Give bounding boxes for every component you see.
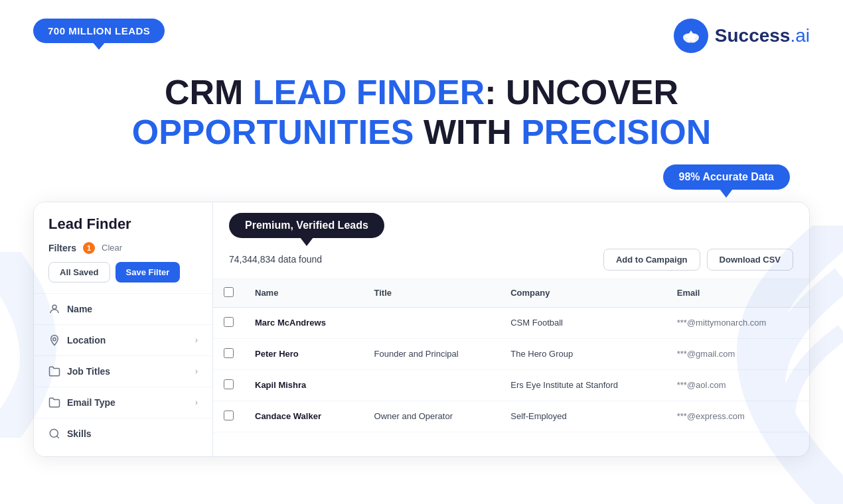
table-wrap: Name Title Company Email Marc McAndrews … — [213, 279, 809, 456]
table-row: Marc McAndrews CSM Football ***@mittymon… — [213, 307, 809, 338]
table-header: Name Title Company Email — [213, 279, 809, 308]
row-checkbox-0[interactable] — [213, 307, 244, 338]
row-check-0[interactable] — [224, 317, 234, 327]
filter-job-titles[interactable]: Job Titles › — [34, 355, 212, 387]
action-buttons: Add to Campaign Download CSV — [603, 249, 793, 271]
col-title: Title — [364, 279, 500, 308]
table-row: Candace Walker Owner and Operator Self-E… — [213, 401, 809, 432]
add-to-campaign-button[interactable]: Add to Campaign — [603, 249, 700, 271]
filters-label: Filters — [48, 243, 76, 253]
logo-icon — [674, 19, 708, 53]
top-bar: 700 MILLION LEADS Success.ai — [0, 0, 843, 53]
sidebar-header: Lead Finder — [34, 216, 212, 242]
main-panel: Lead Finder Filters 1 Clear All Saved Sa… — [33, 202, 810, 457]
badge-700m-wrap: 700 MILLION LEADS — [33, 19, 165, 43]
row-company-3: Self-Employed — [500, 401, 666, 432]
svg-point-1 — [52, 305, 56, 309]
row-checkbox-2[interactable] — [213, 369, 244, 401]
table-body: Marc McAndrews CSM Football ***@mittymon… — [213, 307, 809, 432]
all-saved-button[interactable]: All Saved — [48, 262, 110, 283]
premium-badge: Premium, Verified Leads — [229, 213, 384, 238]
svg-point-2 — [53, 338, 56, 341]
row-check-1[interactable] — [224, 348, 234, 358]
location-chevron-icon: › — [195, 335, 198, 345]
hero-title: CRM LEAD FINDER: UNCOVER OPPORTUNITIES W… — [33, 73, 810, 153]
filter-location[interactable]: Location › — [34, 324, 212, 355]
hero-line2-precision: PRECISION — [521, 113, 711, 151]
row-company-0: CSM Football — [500, 307, 666, 338]
svg-point-3 — [50, 429, 58, 437]
badge-700m: 700 MILLION LEADS — [33, 19, 165, 43]
col-checkbox — [213, 279, 244, 308]
hero-line2-opportunities: OPPORTUNITIES — [132, 113, 423, 151]
row-email-3: ***@express.com — [666, 401, 809, 432]
premium-badge-wrap: Premium, Verified Leads — [229, 213, 793, 238]
accuracy-badge: 98% Accurate Data — [663, 164, 790, 190]
folder-icon-email — [48, 397, 60, 409]
row-email-1: ***@gmail.com — [666, 338, 809, 369]
row-company-1: The Hero Group — [500, 338, 666, 369]
save-filter-button[interactable]: Save Filter — [115, 262, 181, 283]
content-header: Premium, Verified Leads 74,344,834 data … — [213, 202, 809, 279]
filter-location-label: Location — [67, 335, 189, 346]
row-email-2: ***@aol.com — [666, 369, 809, 401]
hero-line2-with: WITH — [423, 113, 521, 151]
row-email-0: ***@mittymonarch.com — [666, 307, 809, 338]
filter-email-type-label: Email Type — [67, 397, 189, 408]
hero-section: CRM LEAD FINDER: UNCOVER OPPORTUNITIES W… — [0, 53, 843, 159]
table-row: Kapil Mishra Ers Eye Institute at Stanfo… — [213, 369, 809, 401]
filter-job-titles-label: Job Titles — [67, 366, 189, 377]
filters-row: Filters 1 Clear — [34, 242, 212, 262]
row-check-2[interactable] — [224, 379, 234, 389]
filter-name[interactable]: Name — [34, 293, 212, 324]
row-name-2: Kapil Mishra — [244, 369, 364, 401]
logo-area: Success.ai — [674, 19, 810, 53]
select-all-checkbox[interactable] — [224, 287, 234, 297]
row-title-3: Owner and Operator — [364, 401, 500, 432]
hero-line1-uncover: : UNCOVER — [485, 73, 678, 111]
row-title-2 — [364, 369, 500, 401]
accuracy-badge-wrap: 98% Accurate Data — [0, 164, 843, 190]
filter-skills-label: Skills — [67, 428, 198, 439]
filter-skills[interactable]: Skills — [34, 418, 212, 449]
hero-line1-lead-finder: LEAD FINDER — [253, 73, 485, 111]
logo-text: Success.ai — [715, 25, 810, 46]
table-row: Peter Hero Founder and Principal The Her… — [213, 338, 809, 369]
row-checkbox-3[interactable] — [213, 401, 244, 432]
hero-line1-crm: CRM — [165, 73, 253, 111]
sidebar: Lead Finder Filters 1 Clear All Saved Sa… — [34, 202, 213, 456]
col-email: Email — [666, 279, 809, 308]
row-company-2: Ers Eye Institute at Stanford — [500, 369, 666, 401]
data-count: 74,344,834 data found — [229, 254, 322, 265]
row-name-0: Marc McAndrews — [244, 307, 364, 338]
content-area: Premium, Verified Leads 74,344,834 data … — [213, 202, 809, 456]
leads-table: Name Title Company Email Marc McAndrews … — [213, 279, 809, 432]
filter-email-type[interactable]: Email Type › — [34, 387, 212, 418]
col-name: Name — [244, 279, 364, 308]
person-icon — [48, 303, 60, 315]
job-titles-chevron-icon: › — [195, 366, 198, 376]
filter-name-label: Name — [67, 304, 198, 314]
row-title-1: Founder and Principal — [364, 338, 500, 369]
email-type-chevron-icon: › — [195, 397, 198, 407]
download-csv-button[interactable]: Download CSV — [707, 249, 793, 271]
filter-buttons: All Saved Save Filter — [34, 262, 212, 293]
search-icon-skills — [48, 428, 60, 440]
filters-badge: 1 — [83, 242, 95, 254]
row-name-1: Peter Hero — [244, 338, 364, 369]
sidebar-title: Lead Finder — [48, 216, 198, 233]
clear-link[interactable]: Clear — [102, 243, 122, 253]
row-name-3: Candace Walker — [244, 401, 364, 432]
col-company: Company — [500, 279, 666, 308]
row-title-0 — [364, 307, 500, 338]
row-checkbox-1[interactable] — [213, 338, 244, 369]
row-check-3[interactable] — [224, 410, 234, 420]
folder-icon-job — [48, 365, 60, 377]
data-row: 74,344,834 data found Add to Campaign Do… — [229, 249, 793, 271]
location-icon — [48, 334, 60, 346]
